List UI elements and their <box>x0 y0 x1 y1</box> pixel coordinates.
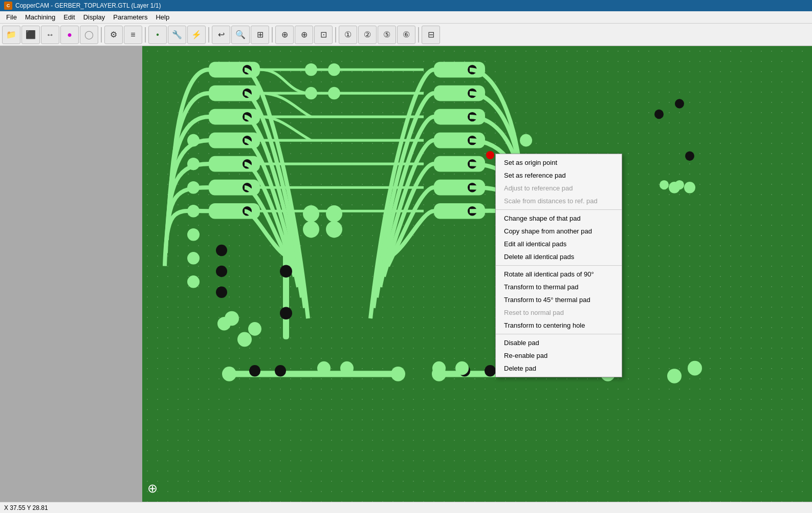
app-icon: C <box>4 2 12 10</box>
svg-point-81 <box>669 182 680 194</box>
ctx-item-set-ref-pad[interactable]: Set as reference pad <box>496 169 622 182</box>
toolbar-separator <box>335 27 336 42</box>
top-right-extra <box>654 99 684 383</box>
center-pads <box>303 63 342 222</box>
ctx-item-set-origin[interactable]: Set as origin point <box>496 156 622 169</box>
svg-point-18 <box>187 228 200 241</box>
toolbar-btn-pad-select-2[interactable]: ⊕ <box>295 26 313 44</box>
svg-point-42 <box>520 134 532 147</box>
statusbar: X 37.55 Y 28.81 <box>0 502 812 513</box>
svg-point-69 <box>485 365 496 377</box>
menu-item-parameters[interactable]: Parameters <box>109 12 151 22</box>
crosshair-cursor: ⊕ <box>147 481 163 497</box>
ctx-separator-13 <box>496 334 622 334</box>
toolbar-separator <box>208 27 209 42</box>
toolbar-btn-align-btn[interactable]: ≡ <box>124 26 142 44</box>
ctx-item-reset-normal: Reset to normal pad <box>496 306 622 319</box>
toolbar-btn-layer-btn-1[interactable]: ⬛ <box>21 26 40 44</box>
menu-item-help[interactable]: Help <box>151 12 173 22</box>
svg-point-56 <box>237 332 252 347</box>
ctx-separator-8 <box>496 265 622 266</box>
ctx-item-copy-shape[interactable]: Copy shape from another pad <box>496 225 622 238</box>
ctx-item-delete-pad[interactable]: Delete pad <box>496 362 622 375</box>
svg-point-78 <box>660 180 669 189</box>
toolbar-btn-grid-btn[interactable]: ⊞ <box>251 26 269 44</box>
svg-point-72 <box>217 317 231 331</box>
selected-pad <box>486 151 494 159</box>
svg-point-61 <box>222 367 236 381</box>
svg-point-85 <box>280 307 292 319</box>
ctx-item-adjust-ref: Adjust to reference pad <box>496 182 622 195</box>
svg-point-86 <box>280 265 292 278</box>
toolbar-btn-undo-btn[interactable]: ↩ <box>212 26 230 44</box>
menu-item-file[interactable]: File <box>2 12 21 22</box>
menu-item-edit[interactable]: Edit <box>59 12 79 22</box>
toolbar-btn-layer-num-2[interactable]: ② <box>358 26 377 44</box>
toolbar-btn-layer-num-6[interactable]: ⑥ <box>397 26 415 44</box>
svg-point-77 <box>455 361 469 375</box>
toolbar-btn-open-file[interactable]: 📁 <box>2 26 20 44</box>
svg-point-53 <box>303 205 319 222</box>
titlebar: C CopperCAM - GERBER_TOPLAYER.GTL (Layer… <box>0 0 812 11</box>
svg-point-62 <box>391 367 405 381</box>
svg-point-49 <box>305 63 317 76</box>
toolbar-btn-zoom-btn[interactable]: 🔍 <box>231 26 250 44</box>
ctx-item-change-shape[interactable]: Change shape of that pad <box>496 212 622 225</box>
svg-point-71 <box>326 221 342 238</box>
ctx-separator-4 <box>496 209 622 210</box>
svg-point-70 <box>303 221 319 238</box>
ctx-item-delete-identical[interactable]: Delete all identical pads <box>496 250 622 263</box>
toolbar-btn-layer-1-btn[interactable]: ● <box>60 26 79 44</box>
titlebar-title: CopperCAM - GERBER_TOPLAYER.GTL (Layer 1… <box>15 2 161 9</box>
toolbar-btn-view-btn[interactable]: ⊟ <box>422 26 440 44</box>
toolbar-separator <box>145 27 146 42</box>
menu-item-machining[interactable]: Machining <box>21 12 59 22</box>
ctx-item-thermal-45[interactable]: Transform to 45° thermal pad <box>496 293 622 306</box>
toolbar-separator <box>272 27 273 42</box>
svg-point-51 <box>305 87 317 100</box>
main-area: ⊕ Set as origin pointSet as reference pa… <box>0 46 812 502</box>
ctx-item-rotate-90[interactable]: Rotate all identical pads of 90° <box>496 268 622 281</box>
svg-point-73 <box>248 322 261 336</box>
toolbar-btn-mirror-btn[interactable]: ↔ <box>41 26 59 44</box>
ctx-item-reenable-pad[interactable]: Re-enable pad <box>496 349 622 362</box>
svg-point-76 <box>432 361 446 375</box>
toolbar-btn-routing-btn[interactable]: ⚙ <box>104 26 123 44</box>
menu-item-display[interactable]: Display <box>79 12 109 22</box>
toolbar: 📁⬛↔●◯⚙≡•🔧⚡↩🔍⊞⊕⊕⊡①②⑤⑥⊟ <box>0 24 812 46</box>
toolbar-separator <box>101 27 102 42</box>
toolbar-btn-layer-num-1[interactable]: ① <box>339 26 357 44</box>
pcb-canvas <box>142 46 812 502</box>
ctx-item-scale-ref: Scale from distances to ref. pad <box>496 195 622 207</box>
menubar: FileMachiningEditDisplayParametersHelp <box>0 11 812 24</box>
svg-point-63 <box>249 365 260 377</box>
canvas-area[interactable]: ⊕ Set as origin pointSet as reference pa… <box>142 46 812 502</box>
toolbar-btn-tool-btn[interactable]: 🔧 <box>168 26 186 44</box>
svg-point-87 <box>667 369 682 383</box>
svg-point-19 <box>187 252 200 265</box>
toolbar-btn-layer-2-btn[interactable]: ◯ <box>80 26 98 44</box>
svg-point-64 <box>275 365 286 377</box>
toolbar-btn-execute-btn[interactable]: ⚡ <box>187 26 206 44</box>
svg-point-75 <box>340 361 354 375</box>
ctx-item-centering-hole[interactable]: Transform to centering hole <box>496 319 622 332</box>
svg-point-54 <box>326 205 342 222</box>
svg-point-82 <box>684 182 695 194</box>
toolbar-btn-layer-num-5[interactable]: ⑤ <box>378 26 396 44</box>
ctx-item-disable-pad[interactable]: Disable pad <box>496 336 622 349</box>
svg-point-58 <box>216 266 227 277</box>
svg-point-52 <box>328 87 340 100</box>
context-menu: Set as origin pointSet as reference padA… <box>495 154 622 377</box>
svg-point-83 <box>688 361 702 376</box>
svg-point-20 <box>187 275 200 288</box>
svg-point-59 <box>216 287 227 298</box>
svg-point-80 <box>685 152 694 161</box>
toolbar-btn-pad-select-3[interactable]: ⊡ <box>314 26 333 44</box>
ctx-item-thermal-pad[interactable]: Transform to thermal pad <box>496 281 622 293</box>
toolbar-btn-pad-select-1[interactable]: ⊕ <box>275 26 294 44</box>
svg-rect-84 <box>283 234 289 339</box>
toolbar-btn-drill-btn[interactable]: • <box>148 26 167 44</box>
left-panel <box>0 46 142 502</box>
svg-point-57 <box>216 245 227 256</box>
ctx-item-edit-identical[interactable]: Edit all identical pads <box>496 238 622 250</box>
